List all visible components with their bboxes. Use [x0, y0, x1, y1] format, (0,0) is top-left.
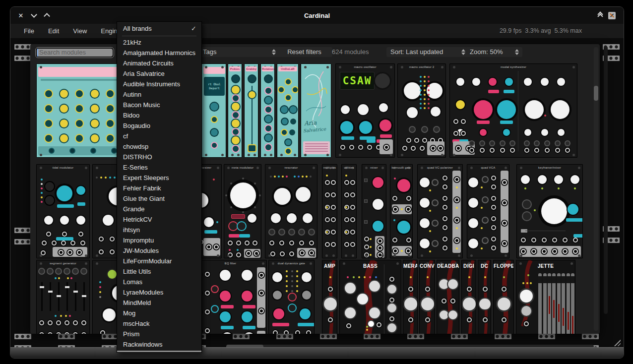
module-title: Rotatoes — [262, 66, 273, 71]
menubar-item-edit[interactable]: Edit — [43, 24, 64, 38]
module-tile-jette[interactable]: JETTE — [516, 260, 575, 334]
menu-separator — [122, 36, 196, 36]
browser-scrollbar-handle[interactable] — [594, 86, 598, 101]
module-title: Pokies — [229, 66, 241, 71]
module-tile-dual-dynamics-gate[interactable]: dual dynamics gate — [268, 260, 315, 334]
brand-menu-item[interactable]: Lomas — [117, 277, 201, 287]
checkmark-icon: ✓ — [191, 23, 196, 34]
module-decor — [269, 260, 314, 334]
module-decor — [224, 165, 261, 258]
brand-menu-item[interactable]: Expert Sleepers — [117, 173, 201, 183]
module-tile[interactable]: AriaSalvatrice — [301, 63, 331, 158]
brand-menu-item[interactable]: JW-Modules — [117, 245, 201, 256]
collapse-icon[interactable] — [598, 13, 602, 17]
module-decor — [462, 260, 476, 334]
module-tile-digi[interactable]: DIGI — [461, 260, 476, 334]
module-tile-dc[interactable]: DC — [478, 260, 491, 334]
brand-menu-item[interactable]: DISTRHO — [117, 152, 201, 162]
brand-menu-item[interactable]: chowdsp — [117, 141, 201, 152]
brand-menu-item[interactable]: Amalgamated Harmonics — [117, 48, 201, 58]
module-tile-flopper[interactable]: FLOPPER — [493, 260, 514, 334]
module-tile-modal-synthesizer[interactable]: modal synthesizer — [449, 63, 577, 158]
module-decor: CSAW — [336, 64, 394, 157]
brand-menu-item[interactable]: Bogaudio — [117, 121, 201, 131]
module-tile-keyframer-mixer[interactable]: keyframer/mixer — [516, 164, 583, 258]
module-title: quad VC-polarizer — [418, 166, 462, 169]
module-title: EQ filter — [194, 262, 266, 265]
module-tile-conv[interactable]: CONV — [419, 260, 435, 334]
rack-rail — [14, 44, 31, 62]
module-tile-resonator[interactable]: resonator — [265, 164, 317, 258]
brand-menu-item[interactable]: MindMeld — [117, 298, 201, 308]
module-tile-bass[interactable]: BASS — [339, 260, 401, 334]
menu-scrollbar[interactable] — [117, 351, 201, 352]
module-tile-rotatoes[interactable]: Rotatoes — [260, 63, 275, 158]
brand-menu-item[interactable]: Grande — [117, 204, 201, 214]
module-decor — [322, 260, 337, 334]
brand-menu-item[interactable]: Prism — [117, 329, 201, 339]
module-tile-bernoulli-gate[interactable]: bernoulli gate — [390, 164, 413, 258]
brand-menu-item[interactable]: Glue the Giant — [117, 193, 201, 204]
module-decor — [494, 260, 513, 334]
rack-rail — [14, 228, 31, 245]
module-title: DEADBAND — [437, 263, 459, 269]
brand-menu-item-all-brands[interactable]: All brands ✓ — [117, 23, 201, 34]
module-decor — [261, 64, 274, 157]
module-decor: AriaSalvatrice — [301, 64, 331, 157]
module-tile-multiples[interactable]: multiples — [322, 164, 337, 258]
brand-menu-item[interactable]: E-Series — [117, 162, 201, 173]
module-title: JETTE — [516, 263, 575, 269]
module-tile-utilities[interactable]: utilities — [341, 164, 357, 258]
brand-menu-item[interactable]: Fehler Fabrik — [117, 183, 201, 193]
brand-menu-item[interactable]: Bacon Music — [117, 100, 201, 110]
brand-menu-item[interactable]: mscHack — [117, 318, 201, 329]
module-tile-macro-oscillator-2[interactable]: macro oscillator 2 — [397, 63, 446, 158]
brand-menu-item[interactable]: Bidoo — [117, 110, 201, 121]
module-tile-grabby[interactable]: Grabby — [244, 63, 258, 158]
module-tile-quad-vc-polarizer[interactable]: quad VC-polarizer — [417, 164, 463, 258]
brand-menu-item[interactable]: 21kHz — [117, 37, 201, 48]
module-tile[interactable]: rt ObolDepart — [201, 63, 226, 158]
module-tile-mera[interactable]: MERA — [403, 260, 418, 334]
module-decor — [467, 165, 509, 258]
brand-menu-item[interactable]: Audible Instruments — [117, 79, 201, 89]
brand-menu-item[interactable]: Impromptu — [117, 235, 201, 245]
module-tile-pokies[interactable]: Pokies — [228, 63, 242, 158]
module-tile-amp[interactable]: AMP — [322, 260, 337, 334]
brand-menu-item[interactable]: ihtsyn — [117, 225, 201, 235]
module-title: utilities — [342, 166, 356, 169]
module-tile-mixer[interactable]: mixer — [362, 164, 386, 258]
brand-menu-item[interactable]: cf — [117, 131, 201, 141]
module-tile-macro-oscillator[interactable]: macro oscillatorCSAW — [335, 63, 395, 158]
brand-menu-item[interactable]: Mog — [117, 308, 201, 318]
brand-menu-item[interactable]: Little Utils — [117, 266, 201, 277]
module-tile-eq-filter[interactable]: EQ filter — [194, 260, 267, 334]
brand-menu-item[interactable]: LifeFormModular — [117, 256, 201, 266]
brand-menu-item[interactable]: LyraeModules — [117, 287, 201, 298]
module-decor — [245, 64, 258, 157]
module-title: BASS — [340, 263, 401, 269]
menubar-item-view[interactable]: View — [67, 24, 92, 38]
module-tile-quad-vca[interactable]: quad VCA — [467, 164, 509, 258]
menubar-item-file[interactable]: File — [18, 24, 40, 38]
app-window: ✕ Cardinal ✕ FileEditViewEngineHelp29.9 … — [10, 6, 624, 359]
module-tile-meta-modulator[interactable]: meta modulator — [224, 164, 261, 258]
brand-menu-item[interactable]: Animated Circuits — [117, 58, 201, 68]
module-title: meta modulator — [224, 166, 261, 169]
brand-menu-item[interactable]: Autinn — [117, 89, 201, 100]
module-tile-deadband[interactable]: DEADBAND — [437, 260, 459, 334]
rack-vscrollbar-track[interactable] — [604, 46, 608, 314]
brand-menu-item[interactable]: Aria Salvatrice — [117, 68, 201, 79]
brand-menu-item[interactable]: Rackwindows — [117, 339, 201, 350]
module-title: UnDuLaR — [278, 66, 297, 71]
module-tile-tidal-modulator[interactable]: tidal modulator — [36, 164, 90, 258]
module-decor — [228, 64, 242, 157]
module-decor — [37, 165, 89, 258]
module-tile-undular[interactable]: UnDuLaR — [277, 63, 299, 158]
module-tile-segment-generator[interactable]: segment generator — [36, 260, 90, 334]
module-title: macro oscillator 2 — [398, 65, 445, 68]
module-title: FLOPPER — [494, 263, 513, 269]
brand-menu-item[interactable]: HetrickCV — [117, 214, 201, 225]
module-grid: rt ObolDepartPokiesGrabbyRotatoesUnDuLaR… — [30, 44, 600, 334]
module-decor — [37, 260, 89, 334]
